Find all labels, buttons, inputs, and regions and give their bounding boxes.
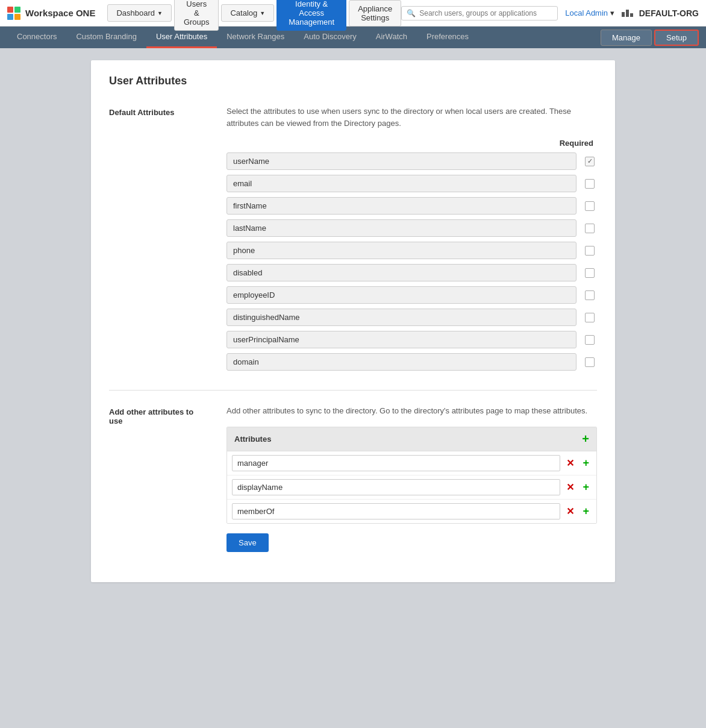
page-title: User Attributes	[109, 75, 597, 87]
checkbox-domain[interactable]	[585, 357, 595, 367]
secondary-nav-right: Manage Setup	[601, 30, 699, 46]
search-input[interactable]	[419, 9, 552, 17]
checkbox-disabled[interactable]	[585, 268, 595, 278]
attribute-phone-input	[226, 242, 576, 259]
nav-dashboard[interactable]: Dashboard ▼	[107, 4, 172, 22]
logo-area: Workspace ONE	[7, 7, 95, 20]
other-attributes-content: Add other attributes to sync to the dire…	[226, 405, 597, 552]
attribute-firstname-input	[226, 197, 576, 215]
secondary-nav-left: Connectors Custom Branding User Attribut…	[7, 27, 601, 48]
attribute-lastname-input	[226, 219, 576, 237]
attribute-row-email	[226, 175, 597, 192]
other-attributes-desc: Add other attributes to sync to the dire…	[226, 405, 597, 417]
nav-custom-branding[interactable]: Custom Branding	[66, 27, 146, 48]
default-attributes-label: Default Attributes	[109, 105, 208, 375]
attribute-row-firstname	[226, 197, 597, 215]
checkbox-cell-firstname	[583, 201, 597, 211]
default-attributes-content: Select the attributes to use when users …	[226, 105, 597, 375]
checkbox-cell-phone	[583, 246, 597, 256]
attribute-userprincipalname-input	[226, 331, 576, 348]
attribute-row-distinguishedname	[226, 309, 597, 326]
top-right-area: 🔍 Local Admin ▾ DEFAULT-ORG	[401, 6, 699, 20]
checkbox-phone[interactable]	[585, 246, 595, 256]
add-after-memberof-button[interactable]: +	[580, 504, 592, 519]
default-attributes-desc: Select the attributes to use when users …	[226, 105, 597, 129]
checkbox-lastname[interactable]	[585, 224, 595, 233]
checkbox-username[interactable]	[585, 157, 595, 166]
top-bar: Workspace ONE Dashboard ▼ Users & Groups…	[0, 0, 706, 27]
required-header: Required	[226, 139, 597, 148]
search-box: 🔍	[401, 6, 558, 20]
main-content: User Attributes Default Attributes Selec…	[0, 48, 706, 594]
add-after-displayname-button[interactable]: +	[580, 480, 592, 495]
checkbox-cell-distinguishedname	[583, 313, 597, 322]
attribute-employeeid-input	[226, 286, 576, 304]
org-name: DEFAULT-ORG	[639, 8, 699, 18]
nav-catalog[interactable]: Catalog ▼	[221, 4, 274, 22]
attribute-disabled-input	[226, 264, 576, 281]
manage-button[interactable]: Manage	[601, 30, 652, 46]
checkbox-cell-email	[583, 179, 597, 189]
attribute-row-username	[226, 152, 597, 170]
remove-memberof-button[interactable]: ✕	[564, 504, 576, 518]
admin-label: Local Admin ▾	[565, 8, 614, 17]
logo-icon	[7, 7, 20, 20]
other-attributes-table: Attributes + ✕ + ✕ + ✕	[226, 427, 597, 524]
attribute-row-disabled	[226, 264, 597, 281]
attribute-row-domain	[226, 353, 597, 371]
other-attributes-section: Add other attributes to use Add other at…	[109, 405, 597, 552]
admin-name[interactable]: Local Admin	[565, 8, 608, 17]
other-attributes-label: Add other attributes to use	[109, 405, 208, 552]
add-after-manager-button[interactable]: +	[580, 456, 592, 471]
checkbox-cell-disabled	[583, 268, 597, 278]
other-attr-row-manager: ✕ +	[227, 451, 596, 475]
other-attr-row-displayname: ✕ +	[227, 475, 596, 500]
other-attr-displayname-input[interactable]	[232, 479, 560, 495]
checkbox-employeeid[interactable]	[585, 290, 595, 300]
search-icon: 🔍	[407, 9, 416, 17]
checkbox-cell-userprincipalname	[583, 335, 597, 345]
save-button[interactable]: Save	[226, 533, 269, 552]
checkbox-cell-employeeid	[583, 290, 597, 300]
nav-network-ranges[interactable]: Network Ranges	[217, 27, 294, 48]
setup-button[interactable]: Setup	[654, 30, 699, 46]
attributes-header-label: Attributes	[234, 435, 271, 444]
other-attr-row-memberof: ✕ +	[227, 500, 596, 523]
other-attr-memberof-input[interactable]	[232, 503, 560, 519]
nav-auto-discovery[interactable]: Auto Discovery	[294, 27, 366, 48]
add-attribute-header-button[interactable]: +	[582, 432, 589, 446]
attribute-row-userprincipalname	[226, 331, 597, 348]
checkbox-email[interactable]	[585, 179, 595, 189]
chevron-down-icon: ▼	[157, 10, 163, 16]
other-attributes-table-header: Attributes +	[227, 427, 596, 451]
attribute-row-phone	[226, 242, 597, 259]
nav-appliance-settings[interactable]: Appliance Settings	[349, 0, 401, 27]
chevron-down-icon: ▼	[260, 10, 265, 16]
checkbox-cell-username	[583, 157, 597, 166]
section-divider	[109, 390, 597, 391]
checkbox-userprincipalname[interactable]	[585, 335, 595, 345]
attribute-domain-input	[226, 353, 576, 371]
remove-manager-button[interactable]: ✕	[564, 456, 576, 470]
default-attributes-section: Default Attributes Select the attributes…	[109, 105, 597, 375]
checkbox-cell-lastname	[583, 224, 597, 233]
nav-user-attributes[interactable]: User Attributes	[146, 27, 217, 48]
other-attr-manager-input[interactable]	[232, 455, 560, 471]
org-label: DEFAULT-ORG	[622, 8, 699, 18]
checkbox-firstname[interactable]	[585, 201, 595, 211]
attribute-row-lastname	[226, 219, 597, 237]
nav-preferences[interactable]: Preferences	[417, 27, 478, 48]
secondary-nav: Connectors Custom Branding User Attribut…	[0, 27, 706, 48]
attribute-username-input	[226, 152, 576, 170]
attribute-distinguishedname-input	[226, 309, 576, 326]
attribute-row-employeeid	[226, 286, 597, 304]
content-card: User Attributes Default Attributes Selec…	[91, 60, 615, 582]
remove-displayname-button[interactable]: ✕	[564, 480, 576, 494]
nav-airwatch[interactable]: AirWatch	[366, 27, 417, 48]
checkbox-cell-domain	[583, 357, 597, 367]
nav-connectors[interactable]: Connectors	[7, 27, 66, 48]
checkbox-distinguishedname[interactable]	[585, 313, 595, 322]
attribute-email-input	[226, 175, 576, 192]
app-title: Workspace ONE	[25, 8, 95, 18]
